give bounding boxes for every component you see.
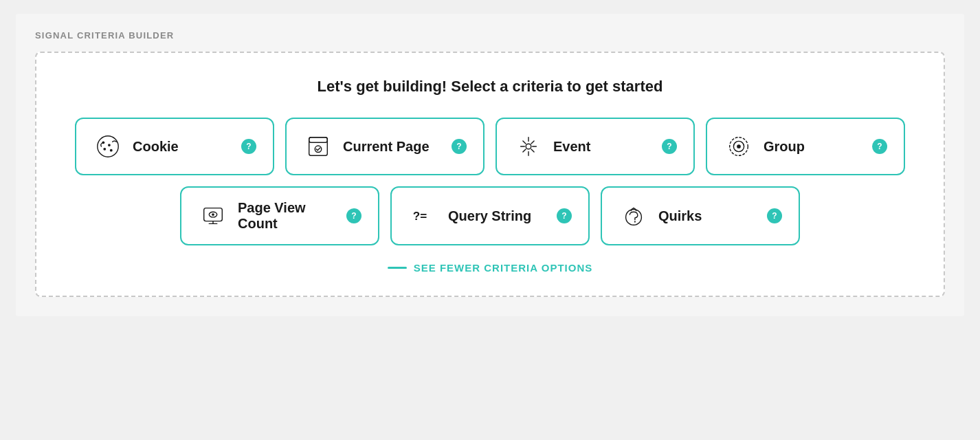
criteria-card-current-page[interactable]: Current Page ? — [285, 118, 485, 175]
event-label: Event — [553, 139, 652, 155]
group-icon — [724, 131, 754, 162]
section-title: SIGNAL CRITERIA BUILDER — [35, 30, 945, 41]
cookie-help[interactable]: ? — [241, 139, 256, 154]
cookie-icon — [93, 131, 123, 162]
page-view-count-label: Page View Count — [238, 200, 337, 232]
criteria-card-query-string[interactable]: ?= Query String ? — [390, 186, 590, 245]
quirks-label: Quirks — [658, 208, 757, 224]
svg-line-13 — [531, 149, 534, 152]
builder-box: Let's get building! Select a criteria to… — [35, 52, 945, 297]
quirks-help[interactable]: ? — [767, 208, 782, 223]
criteria-card-event[interactable]: Event ? — [495, 118, 695, 175]
group-label: Group — [764, 139, 862, 155]
outer-container: SIGNAL CRITERIA BUILDER Let's get buildi… — [16, 14, 964, 316]
event-icon — [513, 131, 544, 162]
see-fewer-button[interactable]: SEE FEWER CRITERIA OPTIONS — [388, 262, 592, 274]
query-string-icon: ?= — [408, 201, 438, 231]
event-help[interactable]: ? — [662, 139, 677, 154]
svg-line-12 — [523, 141, 526, 144]
svg-point-3 — [103, 148, 106, 151]
svg-point-4 — [110, 149, 113, 152]
builder-heading: Let's get building! Select a criteria to… — [64, 78, 916, 96]
current-page-label: Current Page — [343, 139, 442, 155]
svg-text:?=: ?= — [413, 210, 427, 223]
svg-line-15 — [523, 149, 526, 152]
svg-rect-6 — [309, 138, 328, 143]
criteria-card-quirks[interactable]: Quirks ? — [601, 186, 800, 245]
criteria-card-group[interactable]: Group ? — [706, 118, 905, 175]
page-view-count-help[interactable]: ? — [346, 208, 361, 223]
query-string-label: Query String — [448, 208, 547, 224]
svg-point-16 — [526, 144, 531, 149]
group-help[interactable]: ? — [872, 139, 887, 154]
criteria-card-cookie[interactable]: Cookie ? — [75, 118, 274, 175]
current-page-help[interactable]: ? — [452, 139, 467, 154]
quirks-icon — [619, 201, 649, 231]
dash-icon — [388, 267, 407, 269]
svg-point-0 — [98, 136, 118, 157]
criteria-row-2: Page View Count ? ?= Query String ? — [180, 186, 800, 245]
see-fewer-label: SEE FEWER CRITERIA OPTIONS — [414, 262, 592, 274]
page-view-icon — [198, 201, 228, 231]
svg-rect-5 — [309, 138, 328, 156]
svg-point-25 — [634, 221, 636, 222]
svg-line-14 — [531, 141, 534, 144]
svg-point-2 — [108, 144, 111, 146]
query-string-help[interactable]: ? — [557, 208, 572, 223]
svg-point-19 — [737, 144, 741, 148]
current-page-icon — [303, 131, 333, 162]
criteria-card-page-view-count[interactable]: Page View Count ? — [180, 186, 379, 245]
criteria-row-1: Cookie ? Current Page ? — [75, 118, 905, 175]
criteria-grid: Cookie ? Current Page ? — [64, 118, 916, 274]
svg-point-22 — [212, 213, 214, 216]
cookie-label: Cookie — [133, 139, 232, 155]
